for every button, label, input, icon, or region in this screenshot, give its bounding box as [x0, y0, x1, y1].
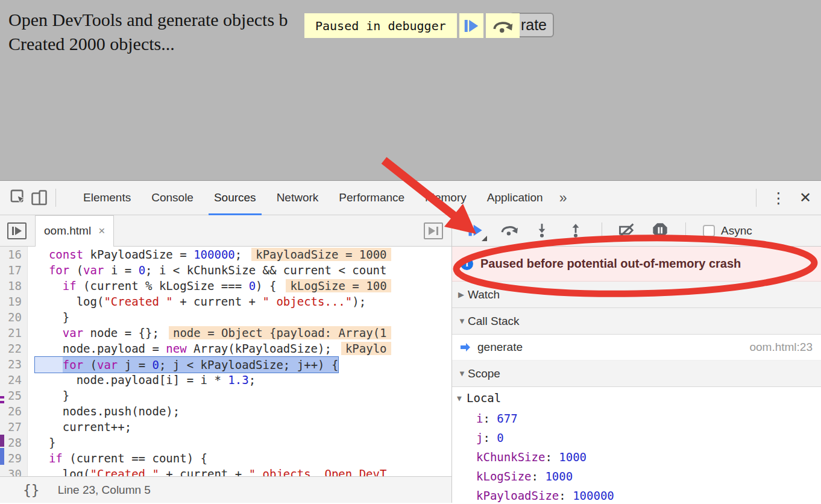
code-token [35, 279, 63, 292]
tab-sources[interactable]: Sources [204, 181, 266, 215]
code-line-content: current++; [28, 419, 131, 435]
code-token: } [35, 436, 55, 449]
inline-eval-widget: node = Object {payload: Array(1 [169, 326, 391, 339]
devtools-tabs: ElementsConsoleSourcesNetworkPerformance… [73, 181, 553, 215]
code-line-25: 25 } [0, 388, 451, 403]
code-line-content: log("Created " + current + " objects..."… [28, 294, 366, 309]
code-line-19: 19 log("Created " + current + " objects.… [0, 294, 451, 309]
debugger-bar-icon [436, 227, 438, 235]
tab-elements[interactable]: Elements [73, 181, 141, 215]
code-token: ; [235, 248, 242, 261]
scope-var-kPayloadSize: kPayloadSize: 100000 [452, 486, 821, 503]
show-debugger-panel-button[interactable] [424, 222, 443, 239]
overlay-resume-button[interactable] [459, 13, 483, 38]
code-token: log( [35, 295, 104, 308]
code-token: j = [118, 358, 152, 371]
editor-status-bar: {} Line 23, Column 5 [0, 476, 451, 503]
scope-group-label: Local [467, 391, 501, 405]
more-tabs-button[interactable]: » [553, 181, 573, 215]
code-token: 100000 [193, 248, 235, 261]
tab-performance[interactable]: Performance [329, 181, 415, 215]
navigator-triangle-icon [15, 227, 22, 235]
inspect-cursor-icon [10, 189, 28, 207]
pretty-print-button[interactable]: {} [23, 482, 40, 498]
show-navigator-button[interactable] [7, 222, 27, 239]
device-toolbar-button[interactable] [29, 187, 49, 208]
code-line-28: 28 } [0, 435, 451, 450]
code-token: new [166, 342, 186, 355]
execution-line-code: for (var j = 0; j < kPayloadSize; j++) { [63, 357, 339, 373]
file-tab-oom-html[interactable]: oom.html × [35, 215, 114, 247]
step-into-icon [534, 222, 550, 239]
tab-application[interactable]: Application [477, 181, 553, 215]
overlay-step-over-button[interactable] [486, 13, 520, 38]
code-line-content: const kPayloadSize = 100000;kPayloadSize… [28, 247, 391, 262]
code-token: kPayloadSize = [83, 248, 193, 261]
debugger-sidebar: Async i Paused before potential out-of-m… [452, 215, 821, 503]
inspect-element-button[interactable] [8, 187, 29, 208]
var-separator: : [559, 489, 573, 502]
call-stack-frame-generate[interactable]: generateoom.html:23 [452, 335, 821, 361]
code-token: ( [69, 263, 83, 277]
code-line-content: } [28, 309, 69, 325]
tab-network[interactable]: Network [266, 181, 329, 215]
resume-button[interactable] [467, 222, 485, 240]
devtools-content: oom.html × 16 const kPayloadSize = 10000… [0, 215, 821, 503]
chevron-down-icon: ▼ [458, 317, 468, 326]
async-checkbox[interactable] [703, 225, 715, 237]
frame-function-name: generate [477, 341, 523, 354]
resume-longpress-icon [482, 236, 487, 241]
tab-console[interactable]: Console [141, 181, 204, 215]
file-tab-close-icon[interactable]: × [98, 224, 105, 238]
pause-on-exceptions-button[interactable] [652, 222, 670, 240]
code-token: for [63, 358, 83, 371]
inline-eval-widget: kLogSize = 100 [286, 279, 391, 292]
code-line-content: for (var i = 0; i < kChunkSize && curren… [28, 262, 386, 278]
code-line-23: 23 for (var j = 0; j < kPayloadSize; j++… [0, 356, 451, 372]
page-text-line2: Created 2000 objects... [8, 34, 175, 54]
scope-section-header[interactable]: ▼ Scope [452, 361, 821, 387]
code-token: node.payload = [35, 342, 166, 355]
watch-section-header[interactable]: ▶ Watch [452, 282, 821, 308]
code-line-content: node.payload[i] = i * 1.3; [28, 372, 256, 388]
scope-local-toggle[interactable]: ▼ Local [452, 387, 821, 409]
step-over-button[interactable] [500, 222, 518, 240]
deactivate-breakpoints-button[interactable] [618, 222, 636, 240]
chevron-down-icon: ▼ [458, 369, 468, 378]
inline-eval-widget: kPaylo [341, 342, 391, 355]
code-token: ); [352, 295, 366, 308]
scope-var-i: i: 677 [452, 409, 821, 428]
code-editor: 16 const kPayloadSize = 100000;kPayloadS… [0, 247, 451, 476]
step-out-icon [568, 222, 584, 239]
code-token: 0 [249, 279, 256, 292]
code-token: } [35, 310, 69, 324]
code-line-30: 30 log("Created " + current + " objects.… [0, 466, 451, 476]
code-token: if [63, 279, 77, 292]
gutter-mark [0, 448, 4, 465]
code-token: 0 [139, 263, 145, 277]
device-toolbar-icon [30, 189, 48, 207]
resume-icon [467, 222, 483, 239]
code-line-18: 18 if (current % kLogSize === 0) {kLogSi… [0, 278, 451, 294]
code-token: ) { [256, 279, 276, 292]
debugger-toolbar-separator2 [685, 222, 686, 239]
devtools-menu-button[interactable]: ⋮ [763, 189, 794, 207]
code-line-content: nodes.push(node); [28, 403, 180, 419]
code-token: ; [249, 373, 256, 386]
var-value: 1000 [559, 450, 587, 464]
step-out-button[interactable] [568, 222, 586, 240]
watch-label: Watch [468, 288, 500, 301]
step-over-icon [491, 17, 514, 35]
async-label: Async [721, 224, 752, 238]
step-into-button[interactable] [534, 222, 552, 240]
tab-memory[interactable]: Memory [415, 181, 477, 215]
toolbar-separator-right [756, 189, 757, 207]
devtools-close-button[interactable]: ✕ [794, 189, 821, 206]
code-line-content: for (var j = 0; j < kPayloadSize; j++) { [28, 356, 339, 372]
var-value: 0 [497, 431, 503, 444]
chevron-down-icon: ▼ [457, 394, 467, 403]
chevron-right-icon: ▶ [458, 290, 468, 299]
devtools-toolbar: ElementsConsoleSourcesNetworkPerformance… [0, 181, 821, 215]
call-stack-section-header[interactable]: ▼ Call Stack [452, 308, 821, 335]
code-line-content: node.payload = new Array(kPayloadSize);k… [28, 341, 391, 356]
